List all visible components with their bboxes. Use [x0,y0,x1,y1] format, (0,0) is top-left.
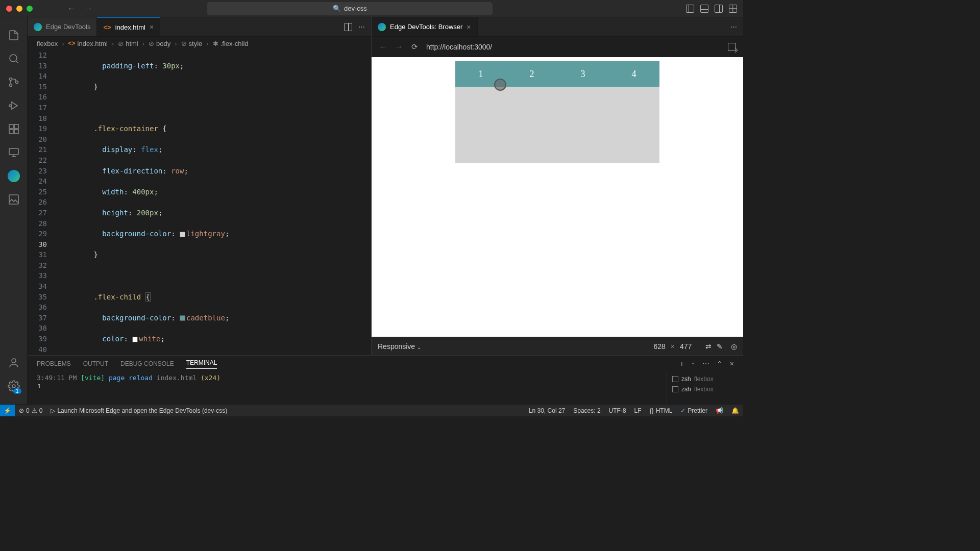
split-editor-icon[interactable] [344,23,352,31]
encoding-status[interactable]: UTF-8 [605,405,630,416]
inspect-icon[interactable] [728,43,736,51]
extensions-icon[interactable] [2,117,26,141]
minimize-window-button[interactable] [16,6,22,12]
code-editor[interactable]: 1213141516171819202122232425262728293031… [28,50,371,355]
html-file-icon: <> [103,23,111,31]
cursor-position-status[interactable]: Ln 30, Col 27 [525,405,569,416]
close-panel-icon[interactable]: × [730,360,734,368]
language-mode-status[interactable]: {} HTML [646,405,677,416]
toggle-secondary-sidebar-icon[interactable] [715,5,723,13]
reload-button[interactable]: ⟳ [411,42,418,52]
image-activity-icon[interactable] [2,188,26,211]
maximize-window-button[interactable] [27,6,33,12]
terminal-panel: PROBLEMS OUTPUT DEBUG CONSOLE TERMINAL +… [28,355,743,404]
browser-toolbar: ← → ⟳ http://localhost:3000/ [372,37,743,57]
run-debug-icon[interactable] [2,94,26,117]
tab-debug-console[interactable]: DEBUG CONSOLE [120,360,174,367]
source-control-icon[interactable] [2,70,26,94]
toggle-primary-sidebar-icon[interactable] [686,5,694,13]
device-toolbar: Responsive ⌄ 628 × 477 ⇄ ✎ ◎ [372,337,743,355]
close-tab-icon[interactable]: × [467,23,471,31]
remote-indicator[interactable]: ⚡ [0,405,15,416]
tab-label: Edge DevTools [46,23,90,31]
errors-status[interactable]: ⊘ 0 ⚠ 0 [15,405,46,416]
titlebar: ← → 🔍 dev-css [0,0,743,17]
svg-point-4 [9,105,11,107]
feedback-icon[interactable]: 📢 [712,405,727,416]
search-activity-icon[interactable] [2,47,26,70]
browser-forward-button[interactable]: → [395,42,403,52]
tab-label: index.html [115,23,145,31]
prettier-status[interactable]: ✓ Prettier [676,405,712,416]
preview-flex-child: 3 [557,61,608,87]
auto-adjust-zoom-icon[interactable]: ✎ [717,342,723,350]
breadcrumb[interactable]: flexbox › <> index.html › ⊘ html › ⊘ bod… [28,37,371,50]
more-actions-icon[interactable]: ⋯ [730,23,737,31]
search-icon: 🔍 [333,5,341,12]
notifications-icon[interactable]: 🔔 [727,405,743,416]
eol-status[interactable]: LF [630,405,646,416]
breadcrumb-style[interactable]: ⊘ style [181,40,203,47]
terminal-output[interactable]: 3:49:11 PM [vite] page reload index.html… [28,372,667,404]
command-center[interactable]: 🔍 dev-css [207,2,493,15]
editor-group-right: Edge DevTools: Browser × ⋯ ← → ⟳ http://… [372,17,743,355]
svg-point-11 [12,359,16,363]
edge-devtools-icon[interactable] [2,164,26,188]
tab-terminal[interactable]: TERMINAL [186,359,217,369]
search-text: dev-css [344,5,367,12]
tab-output[interactable]: OUTPUT [83,360,108,367]
svg-point-12 [12,385,15,388]
split-terminal-icon[interactable]: ⋯ [702,360,709,368]
viewport-width[interactable]: 628 [645,342,666,350]
editor-group-left: Edge DevTools <> index.html × ⋯ flexbox … [28,17,372,355]
accounts-icon[interactable] [2,351,26,374]
toggle-panel-icon[interactable] [700,5,708,13]
window-controls [6,6,33,12]
explorer-icon[interactable] [2,23,26,47]
svg-rect-10 [9,195,18,204]
preview-flex-container: 1 2 3 4 [455,61,659,163]
remote-explorer-icon[interactable] [2,141,26,164]
tab-problems[interactable]: PROBLEMS [37,360,71,367]
editor-tabs-left: Edge DevTools <> index.html × ⋯ [28,17,371,37]
tab-devtools[interactable]: Edge DevTools [28,17,97,36]
launch-task-status[interactable]: ▷ Launch Microsoft Edge and open the Edg… [46,405,231,416]
close-tab-icon[interactable]: × [150,23,154,31]
editor-tabs-right: Edge DevTools: Browser × ⋯ [372,17,743,37]
device-dropdown[interactable]: Responsive ⌄ [378,342,421,350]
edge-icon [378,23,386,31]
close-window-button[interactable] [6,6,12,12]
browser-viewport[interactable]: 1 2 3 4 [372,57,743,337]
breadcrumb-body[interactable]: ⊘ body [149,40,170,47]
breadcrumb-class[interactable]: ✱ .flex-child [213,40,249,47]
indentation-status[interactable]: Spaces: 2 [569,405,604,416]
more-actions-icon[interactable]: ⋯ [358,23,365,31]
tab-browser[interactable]: Edge DevTools: Browser × [372,17,478,36]
breadcrumb-file[interactable]: <> index.html [68,40,108,47]
rotate-icon[interactable]: ⇄ [705,342,712,350]
panel-tabs: PROBLEMS OUTPUT DEBUG CONSOLE TERMINAL +… [28,356,743,372]
svg-rect-8 [14,130,18,134]
dimensions-separator: × [671,342,675,350]
capture-screenshot-icon[interactable]: ◎ [731,342,737,350]
svg-rect-9 [9,148,18,155]
maximize-panel-icon[interactable]: ⌃ [717,360,723,368]
terminal-session[interactable]: zsh flexbox [672,374,738,384]
svg-point-2 [9,84,12,87]
settings-activity-icon[interactable]: 1 [2,374,26,398]
svg-point-1 [9,78,12,81]
tab-index-html[interactable]: <> index.html × [97,17,160,36]
breadcrumb-folder[interactable]: flexbox [37,40,58,47]
preview-flex-child: 2 [506,61,557,87]
viewport-height[interactable]: 477 [680,342,700,350]
customize-layout-icon[interactable] [729,5,737,13]
breadcrumb-html[interactable]: ⊘ html [118,40,138,47]
forward-button[interactable]: → [85,4,93,13]
browser-back-button[interactable]: ← [379,42,387,52]
svg-rect-7 [9,130,13,134]
terminal-dropdown-icon[interactable]: ⌄ [691,360,695,368]
back-button[interactable]: ← [67,4,76,13]
terminal-session[interactable]: zsh flexbox [672,384,738,394]
url-bar[interactable]: http://localhost:3000/ [426,43,492,51]
new-terminal-icon[interactable]: + [680,360,684,368]
